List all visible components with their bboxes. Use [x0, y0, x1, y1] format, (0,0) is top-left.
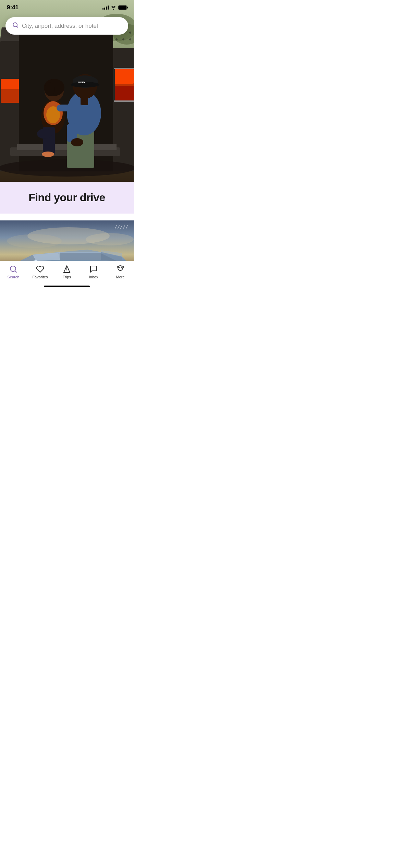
- svg-point-66: [37, 129, 52, 139]
- search-input-placeholder: City, airport, address, or hotel: [22, 23, 98, 29]
- status-icons: [102, 5, 127, 10]
- battery-icon: [118, 5, 127, 10]
- nav-item-trips[interactable]: Trips: [53, 265, 80, 279]
- search-bar-container[interactable]: City, airport, address, or hotel: [5, 17, 128, 35]
- svg-point-38: [116, 38, 118, 40]
- svg-point-63: [45, 82, 55, 96]
- search-icon: [12, 22, 19, 30]
- cybertruck-card[interactable]: /////: [0, 220, 134, 261]
- nav-item-inbox[interactable]: Inbox: [80, 265, 107, 279]
- nav-item-favorites[interactable]: Favorites: [27, 265, 53, 279]
- svg-point-114: [122, 266, 124, 268]
- bottom-nav: Search Favorites Trips Inbox: [0, 261, 134, 289]
- status-bar: 9:41: [0, 0, 134, 15]
- svg-point-73: [71, 82, 99, 87]
- nav-label-inbox: Inbox: [89, 275, 98, 279]
- svg-point-82: [7, 234, 62, 248]
- status-time: 9:41: [7, 4, 19, 11]
- svg-text:VOID: VOID: [78, 81, 85, 84]
- message-nav-icon: [89, 265, 98, 274]
- heart-nav-icon: [36, 265, 44, 274]
- svg-point-21: [129, 32, 131, 34]
- svg-rect-46: [1, 79, 20, 89]
- svg-rect-77: [57, 105, 84, 111]
- nav-item-more[interactable]: More: [107, 265, 134, 279]
- signal-icon: [102, 5, 109, 10]
- nav-label-trips: Trips: [63, 275, 71, 279]
- svg-marker-88: [60, 252, 101, 260]
- nav-label-favorites: Favorites: [32, 275, 48, 279]
- find-drive-banner: Find your drive: [0, 182, 134, 214]
- find-drive-text: Find your drive: [28, 191, 105, 204]
- svg-line-106: [15, 271, 16, 272]
- nav-label-search: Search: [8, 275, 20, 279]
- nav-label-more: More: [116, 275, 124, 279]
- svg-point-113: [117, 266, 119, 268]
- home-indicator: [44, 286, 90, 287]
- svg-point-76: [71, 138, 83, 146]
- svg-point-40: [129, 38, 131, 40]
- svg-line-79: [16, 26, 17, 27]
- search-bar[interactable]: City, airport, address, or hotel: [5, 17, 128, 35]
- slash-watermark: /////: [115, 224, 129, 231]
- svg-rect-49: [115, 69, 134, 84]
- nav-item-search[interactable]: Search: [0, 265, 27, 279]
- svg-point-83: [86, 233, 134, 245]
- svg-rect-51: [114, 68, 134, 69]
- scroll-content[interactable]: VOID City, airport, address, or hotel: [0, 0, 134, 261]
- wifi-icon: [111, 5, 116, 10]
- svg-rect-75: [81, 97, 88, 105]
- svg-rect-50: [115, 86, 134, 101]
- road-nav-icon: [63, 265, 71, 274]
- more-nav-icon: [116, 265, 125, 274]
- svg-rect-52: [114, 100, 134, 102]
- svg-point-39: [122, 38, 124, 40]
- section-spacer: [0, 214, 134, 220]
- hero-image: VOID City, airport, address, or hotel: [0, 0, 134, 182]
- search-nav-icon: [9, 265, 17, 274]
- svg-point-65: [42, 152, 54, 157]
